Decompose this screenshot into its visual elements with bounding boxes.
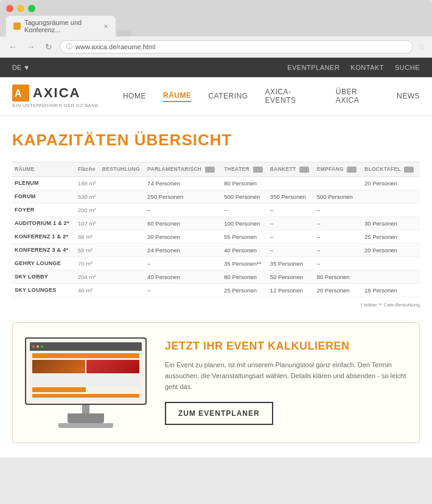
table-row: FOYER200 m²–––– <box>12 203 420 216</box>
screen-image-1 <box>32 360 85 373</box>
refresh-button[interactable]: ↻ <box>43 41 55 53</box>
tab-close-icon[interactable]: ✕ <box>103 23 108 30</box>
table-row: GEHRY LOUNGE70 m²–35 Personen**35 Person… <box>12 257 420 270</box>
logo-text: AXICA <box>33 85 80 101</box>
site-header: A AXICA EIN UNTERNEHMEN DER DZ BANK HOME… <box>0 77 432 116</box>
bookmark-icon[interactable]: ☆ <box>418 42 426 52</box>
tab-favicon <box>13 22 21 30</box>
theater-icon <box>253 167 263 173</box>
logo[interactable]: A AXICA <box>12 85 99 102</box>
monitor-wrapper <box>25 337 147 428</box>
col-header-area: Fläche <box>75 162 100 177</box>
monitor-base <box>58 423 113 428</box>
logo-subtitle: EIN UNTERNEHMEN DER DZ BANK <box>12 103 99 108</box>
empfang-icon <box>347 167 357 173</box>
maximize-button[interactable] <box>28 5 35 12</box>
capacity-table: RÄUME Fläche BESTUHLUNG PARLAMENTARISCH … <box>12 162 420 297</box>
table-row: KONFERENZ 3 & 4*55 m²24 Personen40 Perso… <box>12 243 420 257</box>
col-header-blocktafel: BLOCKTAFEL <box>362 162 420 177</box>
nav-raeume[interactable]: RÄUME <box>163 91 192 102</box>
nav-catering[interactable]: CATERING <box>208 92 248 102</box>
table-row: AUDITORIUM 1 & 2*107 m²60 Personen100 Pe… <box>12 216 420 230</box>
cta-text-area: JETZT IHR EVENT KALKULIEREN Ein Event zu… <box>165 340 407 425</box>
page-title: KAPAZITÄTEN ÜBERSICHT <box>12 131 420 150</box>
suche-link[interactable]: SUCHE <box>395 64 420 71</box>
screen-dot-yellow <box>37 345 39 348</box>
cta-description: Ein Event zu planen, ist mit unserem Pla… <box>165 360 407 392</box>
col-header-empfang: EMPFANG <box>315 162 362 177</box>
col-header-rooms: RÄUME <box>12 162 75 177</box>
screen-dot-red <box>32 345 35 348</box>
monitor-stand <box>68 413 104 423</box>
table-row: PLENUM188 m²74 Personen80 Personen20 Per… <box>12 176 420 190</box>
back-button[interactable]: ← <box>6 41 19 53</box>
table-footnote: * teilbar ** Cafe-Bestuhlung <box>12 302 420 308</box>
screen-nav-bar <box>32 353 139 358</box>
cta-title: JETZT IHR EVENT KALKULIEREN <box>165 340 407 353</box>
screen-inner <box>30 342 142 400</box>
url-text: www.axica.de/raeume.html <box>75 43 155 50</box>
logo-icon: A <box>12 85 29 102</box>
table-row: KONFERENZ 1 & 2*88 m²30 Personen55 Perso… <box>12 230 420 243</box>
col-header-bestuhlung: BESTUHLUNG <box>100 162 145 177</box>
browser-chrome: Tagungsräume und Konferenz... ✕ <box>0 0 432 36</box>
screen-content <box>30 351 142 400</box>
tab-bar: Tagungsräume und Konferenz... ✕ <box>6 16 426 36</box>
main-content: KAPAZITÄTEN ÜBERSICHT RÄUME Fläche BESTU… <box>0 116 432 458</box>
cta-section: JETZT IHR EVENT KALKULIEREN Ein Event zu… <box>12 322 420 443</box>
col-header-parlamentarisch: PARLAMENTARISCH <box>145 162 221 177</box>
language-selector[interactable]: DE ▼ <box>12 64 30 71</box>
main-navigation: HOME RÄUME CATERING AXICA-EVENTS ÜBER AX… <box>123 88 420 106</box>
lang-chevron-icon: ▼ <box>23 64 30 71</box>
minimize-button[interactable] <box>17 5 24 12</box>
bankett-icon <box>299 167 309 173</box>
forward-button[interactable]: → <box>24 41 38 53</box>
table-row: SKY LOBBY204 m²40 Personen80 Personen50 … <box>12 270 420 283</box>
col-header-theater: THEATER <box>221 162 268 177</box>
lock-icon: ⓘ <box>66 43 72 51</box>
screen-dot-green <box>41 345 43 348</box>
table-row: SKY LOUNGES46 m²–25 Personen12 Personen2… <box>12 283 420 297</box>
svg-text:A: A <box>15 88 22 98</box>
website: DE ▼ EVENTPLANER KONTAKT SUCHE A AXICA E… <box>0 58 432 458</box>
top-bar-left: DE ▼ <box>12 64 30 71</box>
parlamentarisch-icon <box>205 167 215 173</box>
screen-form <box>32 375 139 386</box>
cta-button[interactable]: ZUM EVENTPLANER <box>165 402 273 425</box>
active-tab[interactable]: Tagungsräume und Konferenz... ✕ <box>6 16 116 36</box>
blocktafel-icon <box>404 167 414 173</box>
browser-buttons <box>6 5 426 12</box>
screen-cta-btn <box>32 387 86 392</box>
screen-footer-bar <box>32 394 139 398</box>
monitor <box>25 337 147 428</box>
logo-area: A AXICA EIN UNTERNEHMEN DER DZ BANK <box>12 85 99 108</box>
top-bar: DE ▼ EVENTPLANER KONTAKT SUCHE <box>0 58 432 77</box>
screen-image-2 <box>86 360 139 373</box>
address-bar[interactable]: ⓘ www.axica.de/raeume.html <box>60 40 413 54</box>
nav-axica-events[interactable]: AXICA-EVENTS <box>265 88 319 106</box>
col-header-bankett: BANKETT <box>268 162 315 177</box>
nav-home[interactable]: HOME <box>123 92 146 102</box>
nav-ueber-axica[interactable]: ÜBER AXICA <box>336 88 380 106</box>
inactive-tab[interactable] <box>117 30 131 36</box>
lang-label: DE <box>12 64 21 71</box>
kontakt-link[interactable]: KONTAKT <box>350 64 384 71</box>
tab-title: Tagungsräume und Konferenz... <box>24 19 100 33</box>
table-row: FORUM530 m²250 Personen500 Personen350 P… <box>12 190 420 203</box>
screen-header <box>30 342 142 351</box>
monitor-leg <box>82 405 89 413</box>
eventplaner-link[interactable]: EVENTPLANER <box>287 64 340 71</box>
monitor-screen <box>25 337 147 405</box>
nav-news[interactable]: NEWS <box>397 92 420 102</box>
screen-images <box>32 360 139 373</box>
close-button[interactable] <box>6 5 13 12</box>
browser-toolbar: ← → ↻ ⓘ www.axica.de/raeume.html ☆ <box>0 36 432 58</box>
top-bar-right: EVENTPLANER KONTAKT SUCHE <box>287 64 420 71</box>
